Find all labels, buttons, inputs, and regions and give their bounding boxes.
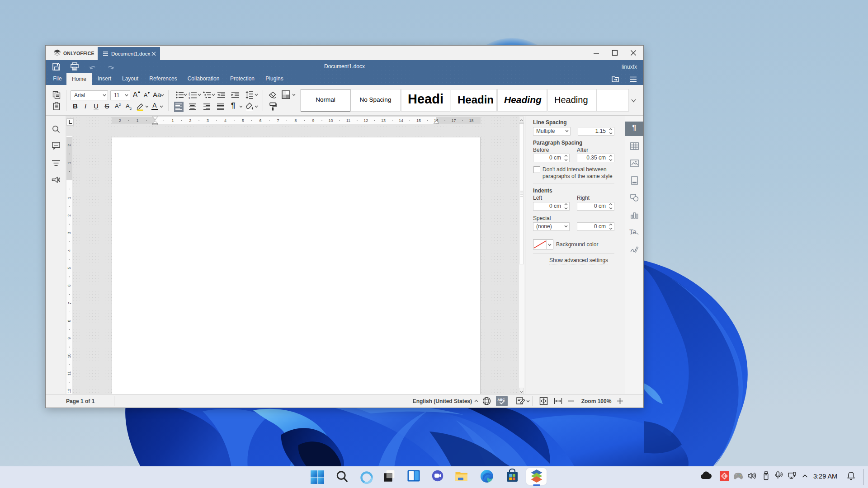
- svg-text:9: 9: [67, 337, 72, 339]
- svg-text:9: 9: [312, 118, 314, 123]
- svg-text:13: 13: [381, 118, 386, 123]
- svg-text:5: 5: [242, 118, 244, 123]
- svg-text:5: 5: [67, 267, 72, 269]
- svg-text:12: 12: [363, 118, 368, 123]
- svg-text:2: 2: [189, 118, 191, 123]
- svg-text:10: 10: [67, 354, 72, 358]
- svg-text:6: 6: [67, 285, 72, 287]
- svg-text:7: 7: [277, 118, 279, 123]
- svg-text:6: 6: [259, 118, 262, 123]
- svg-text:8: 8: [294, 118, 297, 123]
- svg-text:11: 11: [67, 371, 72, 375]
- svg-text:17: 17: [452, 118, 456, 123]
- svg-text:14: 14: [399, 118, 403, 123]
- svg-text:2: 2: [67, 144, 72, 146]
- svg-text:3: 3: [189, 97, 190, 99]
- svg-text:18: 18: [469, 118, 473, 123]
- svg-text:2: 2: [67, 214, 72, 216]
- svg-text:7: 7: [67, 302, 72, 304]
- svg-text:3: 3: [67, 232, 72, 234]
- svg-text:15: 15: [416, 118, 421, 123]
- svg-text:10: 10: [329, 118, 333, 123]
- svg-text:1: 1: [171, 118, 174, 123]
- svg-text:1: 1: [67, 162, 72, 164]
- svg-text:4: 4: [224, 118, 226, 123]
- svg-text:3: 3: [207, 118, 209, 123]
- svg-text:1: 1: [67, 197, 72, 199]
- svg-text:4: 4: [67, 249, 72, 252]
- svg-text:11: 11: [346, 118, 350, 123]
- svg-text:8: 8: [67, 319, 72, 322]
- svg-text:2: 2: [119, 118, 121, 123]
- svg-text:12: 12: [67, 389, 72, 393]
- svg-text:1: 1: [137, 118, 139, 123]
